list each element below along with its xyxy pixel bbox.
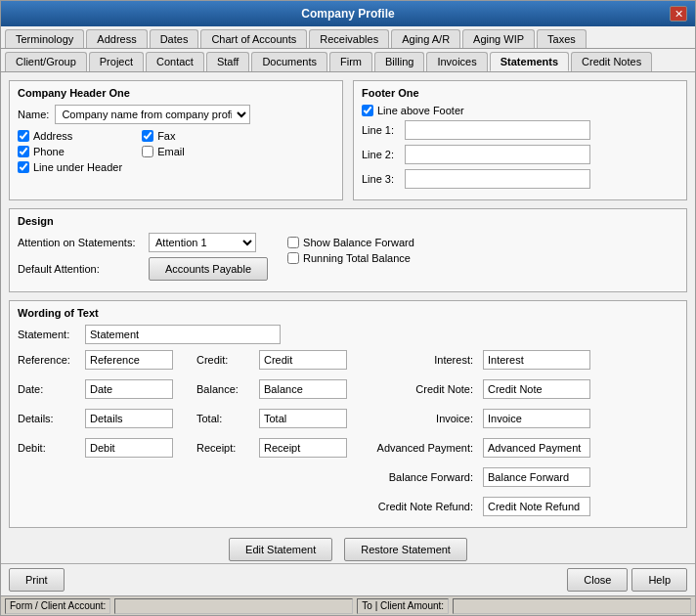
- details-row: Details:: [18, 409, 173, 428]
- close-button[interactable]: ✕: [670, 6, 687, 22]
- line3-input[interactable]: [405, 169, 590, 189]
- tab-billing[interactable]: Billing: [374, 52, 424, 71]
- tab-client-group[interactable]: Client/Group: [5, 52, 87, 71]
- tab-receivables[interactable]: Receivables: [309, 29, 389, 48]
- interest-row: Interest:: [370, 350, 590, 370]
- line-above-label: Line above Footer: [377, 105, 464, 116]
- tab-dates[interactable]: Dates: [150, 29, 199, 48]
- title-bar: Company Profile ✕: [1, 1, 695, 26]
- tab-staff[interactable]: Staff: [206, 52, 249, 71]
- line2-label: Line 2:: [362, 149, 401, 160]
- statement-input[interactable]: [85, 325, 281, 344]
- tab-taxes[interactable]: Taxes: [537, 29, 587, 48]
- line1-input[interactable]: [405, 120, 590, 140]
- receipt-row: Receipt:: [196, 438, 347, 458]
- footer-line1-row: Line 1:: [362, 120, 678, 140]
- running-total-balance-checkbox[interactable]: [287, 252, 299, 264]
- balance-row: Balance:: [196, 379, 347, 399]
- show-balance-forward-row: Show Balance Forward: [287, 237, 414, 248]
- tab-firm[interactable]: Firm: [329, 52, 372, 71]
- line-above-footer-checkbox[interactable]: [362, 105, 373, 116]
- credit-note-input[interactable]: [483, 379, 590, 399]
- line3-label: Line 3:: [362, 173, 401, 185]
- address-checkbox[interactable]: [18, 130, 29, 142]
- tab-chart-of-accounts[interactable]: Chart of Accounts: [200, 29, 307, 48]
- tab-aging-ar[interactable]: Aging A/R: [391, 29, 460, 48]
- restore-statement-button[interactable]: Restore Statement: [344, 538, 467, 561]
- name-label: Name:: [18, 109, 49, 120]
- fax-label: Fax: [157, 130, 175, 142]
- tab-address[interactable]: Address: [86, 29, 147, 48]
- edit-restore-buttons: Edit Statement Restore Statement: [9, 538, 687, 561]
- date-input[interactable]: [85, 379, 173, 399]
- close-button-bottom[interactable]: Close: [567, 568, 628, 592]
- company-name-select[interactable]: Company name from company profile: [55, 105, 250, 124]
- tab-invoices[interactable]: Invoices: [426, 52, 487, 71]
- company-header-title: Company Header One: [18, 87, 334, 99]
- footer-line3-row: Line 3:: [362, 169, 678, 189]
- reference-row: Reference:: [18, 350, 173, 370]
- print-button[interactable]: Print: [9, 568, 65, 592]
- balance-forward-input[interactable]: [483, 467, 590, 487]
- line2-input[interactable]: [405, 145, 590, 164]
- wording-section: Wording of Text Statement: Reference: Da…: [9, 300, 687, 528]
- statement-label: Statement:: [18, 329, 81, 340]
- email-checkbox[interactable]: [142, 146, 153, 157]
- bottom-left-buttons: Print: [9, 568, 65, 592]
- details-label: Details:: [18, 413, 81, 424]
- credit-input[interactable]: [259, 350, 347, 370]
- running-total-row: Running Total Balance: [287, 252, 414, 264]
- default-attention-button[interactable]: Accounts Payable: [149, 257, 268, 281]
- total-input[interactable]: [259, 409, 347, 428]
- date-row: Date:: [18, 379, 173, 399]
- tab-documents[interactable]: Documents: [251, 52, 327, 71]
- invoice-input[interactable]: [483, 409, 590, 428]
- email-label: Email: [157, 146, 185, 157]
- phone-label: Phone: [33, 146, 65, 157]
- phone-checkbox[interactable]: [18, 146, 29, 157]
- tab-aging-wip[interactable]: Aging WIP: [462, 29, 535, 48]
- footer-line2-row: Line 2:: [362, 145, 678, 164]
- tab-terminology[interactable]: Terminology: [5, 29, 84, 48]
- interest-input[interactable]: [483, 350, 590, 370]
- default-attention-label: Default Attention:: [18, 263, 145, 275]
- address-label: Address: [33, 130, 72, 142]
- total-label: Total:: [196, 413, 255, 424]
- running-total-label: Running Total Balance: [303, 252, 411, 264]
- tab-credit-notes[interactable]: Credit Notes: [571, 52, 652, 71]
- edit-statement-button[interactable]: Edit Statement: [229, 538, 332, 561]
- date-label: Date:: [18, 383, 81, 395]
- advanced-payment-input[interactable]: [483, 438, 590, 458]
- attention-on-statements-row: Attention on Statements: Attention 1: [18, 233, 268, 252]
- attention-on-statements-select[interactable]: Attention 1: [149, 233, 256, 252]
- attention-on-statements-label: Attention on Statements:: [18, 237, 145, 248]
- receipt-input[interactable]: [259, 438, 347, 458]
- design-title: Design: [18, 215, 678, 227]
- advanced-payment-row: Advanced Payment:: [370, 438, 590, 458]
- footer-one-title: Footer One: [362, 87, 678, 99]
- balance-label: Balance:: [196, 383, 255, 395]
- line1-label: Line 1:: [362, 124, 401, 136]
- fax-checkbox[interactable]: [142, 130, 153, 142]
- tab-project[interactable]: Project: [89, 52, 144, 71]
- reference-input[interactable]: [85, 350, 173, 370]
- status-segment-4: [453, 598, 691, 614]
- status-segment-2: [114, 598, 353, 614]
- details-input[interactable]: [85, 409, 173, 428]
- invoice-label: Invoice:: [370, 413, 473, 424]
- status-segment-3: To | Client Amount:: [357, 598, 449, 614]
- show-balance-forward-checkbox[interactable]: [287, 237, 299, 248]
- credit-label: Credit:: [196, 354, 255, 366]
- credit-note-refund-input[interactable]: [483, 497, 590, 516]
- tab-statements[interactable]: Statements: [490, 52, 569, 71]
- debit-label: Debit:: [18, 442, 81, 454]
- help-button[interactable]: Help: [631, 568, 687, 592]
- credit-note-row: Credit Note:: [370, 379, 590, 399]
- debit-input[interactable]: [85, 438, 173, 458]
- line-under-header-checkbox[interactable]: [18, 161, 29, 173]
- name-row: Name: Company name from company profile: [18, 105, 334, 124]
- phone-row: Phone: [18, 146, 122, 157]
- balance-input[interactable]: [259, 379, 347, 399]
- default-attention-row: Default Attention: Accounts Payable: [18, 257, 268, 281]
- tab-contact[interactable]: Contact: [146, 52, 204, 71]
